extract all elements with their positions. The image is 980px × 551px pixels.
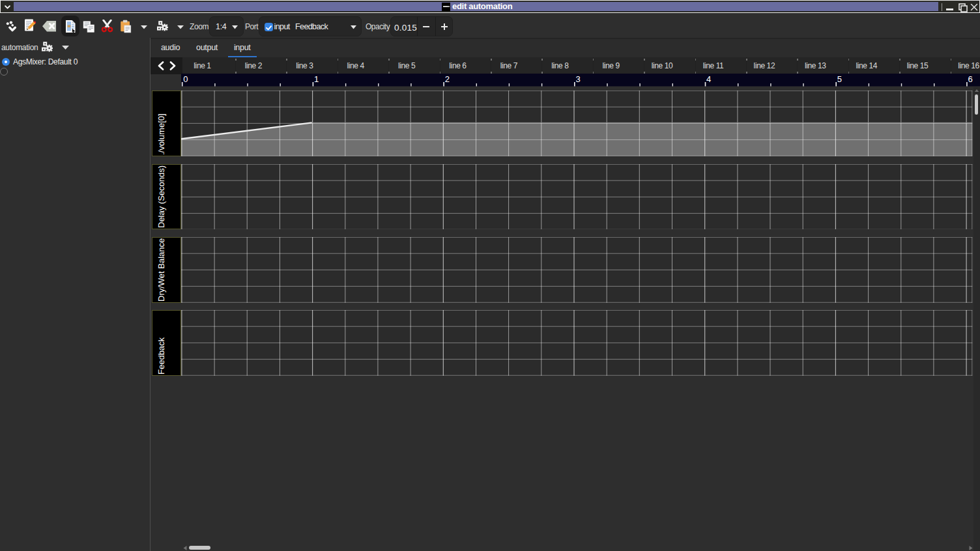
svg-text:4: 4 (706, 74, 711, 84)
svg-text:2: 2 (444, 74, 449, 84)
svg-text:0: 0 (183, 74, 188, 84)
svg-text:6: 6 (968, 74, 972, 84)
svg-text:1: 1 (314, 74, 319, 84)
svg-text:3: 3 (575, 74, 580, 84)
svg-text:5: 5 (837, 74, 841, 84)
